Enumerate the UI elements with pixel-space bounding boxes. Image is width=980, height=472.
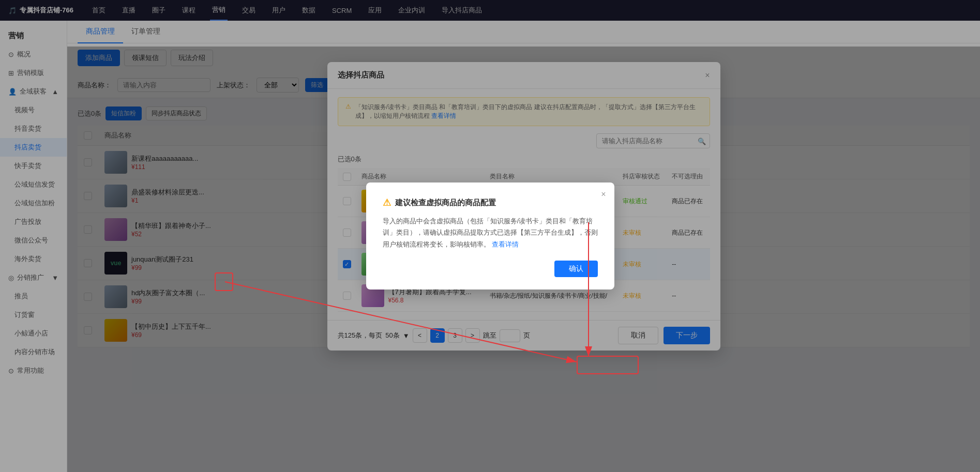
confirm-title: ⚠ 建议检查虚拟商品的商品配置 [383,197,598,208]
confirm-ok-button[interactable]: 确认 [554,261,598,277]
warning-circle-icon: ⚠ [383,197,391,208]
confirm-footer: 确认 [383,261,598,277]
confirm-dialog: × ⚠ 建议检查虚拟商品的商品配置 导入的商品中会含虚拟商品（包括「知识服务/读… [0,0,980,472]
confirm-box: × ⚠ 建议检查虚拟商品的商品配置 导入的商品中会含虚拟商品（包括「知识服务/读… [366,182,614,289]
confirm-close-button[interactable]: × [601,190,606,199]
confirm-body: 导入的商品中会含虚拟商品（包括「知识服务/读书卡」类目和「教育培训」类目），请确… [383,216,598,250]
confirm-title-text: 建议检查虚拟商品的商品配置 [395,198,496,208]
confirm-detail-link[interactable]: 查看详情 [492,240,519,248]
